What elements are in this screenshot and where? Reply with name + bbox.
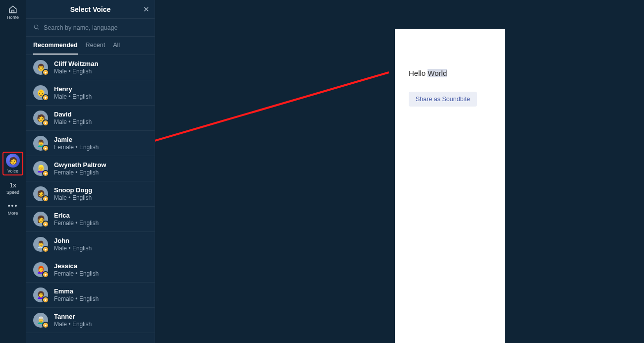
- voice-avatar: 👨‍🦱♥: [33, 136, 48, 151]
- nav-home-label: Home: [7, 15, 19, 20]
- tab-all[interactable]: All: [113, 42, 120, 55]
- premium-badge-icon: ♥: [42, 271, 49, 278]
- premium-badge-icon: ♥: [42, 296, 49, 303]
- voice-item[interactable]: 👨‍🦱♥JamieFemale • English: [26, 131, 155, 156]
- premium-badge-icon: ♥: [42, 221, 49, 228]
- voice-avatar: 👨♥: [33, 60, 48, 75]
- voice-name: Emma: [54, 287, 99, 295]
- voice-name: Erica: [54, 212, 99, 220]
- voice-name: Tanner: [54, 313, 92, 321]
- voice-sub: Female • English: [54, 144, 99, 151]
- voice-avatar: 👩‍🦰♥: [33, 262, 48, 277]
- premium-badge-icon: ♥: [42, 94, 49, 101]
- close-icon[interactable]: ✕: [143, 5, 150, 14]
- voice-sub: Male • English: [54, 118, 92, 125]
- share-soundbite-button[interactable]: Share as Soundbite: [409, 92, 477, 107]
- voice-sub: Male • English: [54, 68, 98, 75]
- document-text[interactable]: Hello World: [409, 69, 491, 78]
- voice-avatar: 👩♥: [33, 212, 48, 227]
- speed-value: 1x: [9, 181, 16, 189]
- voice-item[interactable]: 👱‍♀️♥Gwyneth PaltrowFemale • English: [26, 156, 155, 181]
- document-page: Hello World Share as Soundbite: [395, 29, 505, 343]
- tab-recommended[interactable]: Recommended: [33, 42, 78, 55]
- panel-header: Select Voice ✕: [26, 0, 155, 19]
- svg-line-3: [155, 72, 389, 146]
- voice-item[interactable]: 👨‍🦳♥TannerMale • English: [26, 308, 155, 333]
- voice-avatar: 👨‍🦳♥: [33, 313, 48, 328]
- premium-badge-icon: ♥: [42, 69, 49, 76]
- voice-avatar: 👨‍💼♥: [33, 237, 48, 252]
- nav-speed[interactable]: 1x Speed: [2, 179, 23, 196]
- nav-speed-label: Speed: [6, 190, 19, 195]
- voice-name: Jessica: [54, 262, 99, 270]
- voice-avatar-icon: 🧑: [6, 154, 20, 168]
- voice-avatar: 👩‍🦱♥: [33, 287, 48, 302]
- voice-name: Snoop Dogg: [54, 186, 92, 194]
- voice-item[interactable]: 👩‍🦰♥JessicaFemale • English: [26, 257, 155, 283]
- nav-home[interactable]: Home: [2, 3, 23, 21]
- voice-sub: Female • English: [54, 270, 99, 277]
- voice-panel: Select Voice ✕ Recommended Recent All 👨♥…: [26, 0, 155, 343]
- tab-recent[interactable]: Recent: [86, 42, 106, 55]
- voice-item[interactable]: 👨♥Cliff WeitzmanMale • English: [26, 55, 155, 80]
- voice-item[interactable]: 🧑♥DavidMale • English: [26, 106, 155, 131]
- premium-badge-icon: ♥: [42, 119, 49, 126]
- nav-more-label: More: [8, 211, 18, 216]
- voice-sub: Male • English: [54, 93, 92, 100]
- premium-badge-icon: ♥: [42, 145, 49, 152]
- voice-avatar: 🧔♥: [33, 186, 48, 201]
- doc-text-highlight: World: [428, 69, 447, 77]
- premium-badge-icon: ♥: [42, 246, 49, 253]
- voice-sub: Male • English: [54, 194, 92, 201]
- doc-text-plain: Hello: [409, 69, 428, 77]
- voice-name: Henry: [54, 85, 92, 93]
- panel-title: Select Voice: [70, 5, 110, 13]
- voice-name: John: [54, 237, 92, 245]
- more-icon: •••: [8, 202, 18, 210]
- voice-sub: Male • English: [54, 321, 92, 328]
- voice-avatar: 🧑♥: [33, 111, 48, 125]
- voice-avatar: 👱‍♀️♥: [33, 161, 48, 176]
- nav-voice-label: Voice: [7, 169, 18, 173]
- canvas: Hello World Share as Soundbite: [155, 0, 644, 343]
- voice-sub: Female • English: [54, 220, 99, 227]
- voice-sub: Female • English: [54, 169, 106, 176]
- voice-item[interactable]: 🧔♥Snoop DoggMale • English: [26, 181, 155, 207]
- voice-item[interactable]: 👴♥HenryMale • English: [26, 80, 155, 106]
- voice-list: 👨♥Cliff WeitzmanMale • English👴♥HenryMal…: [26, 55, 155, 343]
- voice-name: Jamie: [54, 136, 99, 144]
- voice-item[interactable]: 👩♥EricaFemale • English: [26, 207, 155, 232]
- premium-badge-icon: ♥: [42, 170, 49, 177]
- voice-item[interactable]: 👨‍💼♥JohnMale • English: [26, 232, 155, 257]
- svg-point-0: [34, 25, 38, 29]
- nav-voice[interactable]: 🧑 Voice: [2, 152, 23, 175]
- home-icon: [8, 5, 17, 14]
- nav-more[interactable]: ••• More: [2, 200, 23, 217]
- voice-name: Gwyneth Paltrow: [54, 161, 106, 169]
- voice-item[interactable]: 👩‍🦱♥EmmaFemale • English: [26, 283, 155, 308]
- voice-tabs: Recommended Recent All: [26, 37, 155, 55]
- search-icon: [33, 24, 40, 32]
- premium-badge-icon: ♥: [42, 195, 49, 202]
- voice-name: David: [54, 111, 92, 118]
- search-bar[interactable]: [26, 19, 155, 37]
- premium-badge-icon: ♥: [42, 322, 49, 329]
- nav-rail: Home 🧑 Voice 1x Speed ••• More: [0, 0, 26, 343]
- voice-avatar: 👴♥: [33, 85, 48, 100]
- search-input[interactable]: [44, 24, 148, 31]
- voice-sub: Female • English: [54, 295, 99, 302]
- svg-line-1: [38, 28, 39, 29]
- voice-name: Cliff Weitzman: [54, 60, 98, 68]
- voice-sub: Male • English: [54, 245, 92, 252]
